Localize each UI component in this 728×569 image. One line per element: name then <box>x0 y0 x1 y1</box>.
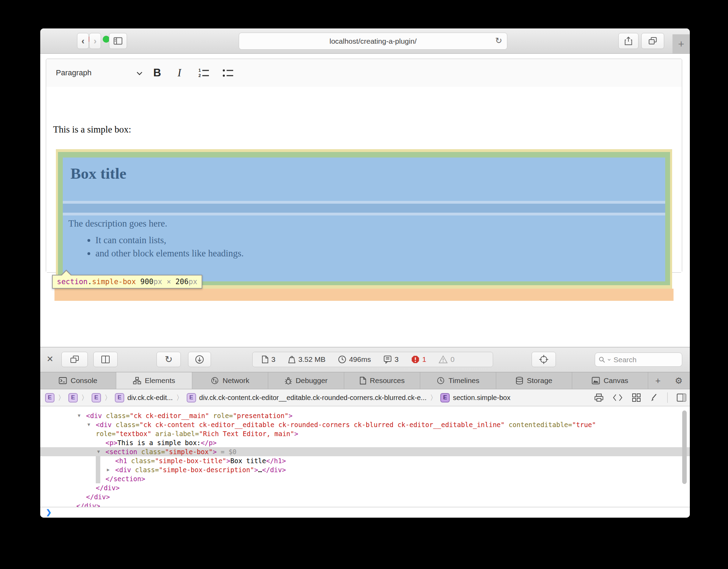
address-bar[interactable]: localhost/creating-a-plugin/ ↻ <box>239 33 507 50</box>
svg-text:2: 2 <box>198 73 201 78</box>
search-input[interactable] <box>613 355 673 364</box>
layout-grid-icon[interactable] <box>632 393 641 402</box>
description-list-item: and other block elements like headings. <box>95 248 244 259</box>
syntax-token: > <box>288 412 292 419</box>
intro-paragraph: This is a simple box: <box>53 124 131 135</box>
dom-tree-row[interactable]: </section> <box>40 474 690 483</box>
breadcrumb-separator-icon: 〉 <box>58 393 65 402</box>
new-tab-button[interactable]: + <box>672 34 690 53</box>
show-source-code-icon[interactable] <box>612 393 623 402</box>
split-pane-icon <box>101 355 110 364</box>
syntax-token: > <box>226 457 230 465</box>
syntax-token: This is a simple box: <box>117 439 201 447</box>
warning-icon <box>439 355 448 364</box>
add-tab-button[interactable]: + <box>648 372 668 389</box>
dom-tree-row[interactable]: </div> <box>40 492 690 501</box>
details-sidebar-toggle-icon[interactable] <box>677 393 686 402</box>
breadcrumb-item[interactable]: Ediv.ck.ck-edit... <box>115 393 173 402</box>
bulleted-list-button[interactable] <box>217 63 239 83</box>
reload-icon: ↻ <box>165 354 173 365</box>
tab-debugger[interactable]: Debugger <box>268 372 344 389</box>
close-inspector-button[interactable]: ✕ <box>46 354 53 364</box>
inspector-settings-button[interactable]: ⚙ <box>668 372 690 389</box>
detach-window-icon <box>70 355 79 364</box>
syntax-token: </div> <box>96 484 120 492</box>
editor-toolbar: Paragraph B I 1 2 <box>46 59 682 87</box>
dom-tree-row[interactable]: role="textbox" aria-label="Rich Text Edi… <box>40 429 690 438</box>
storage-icon <box>516 376 523 385</box>
zoom-window-button[interactable] <box>103 36 110 43</box>
download-web-archive-button[interactable] <box>188 352 211 367</box>
detach-inspector-button[interactable] <box>61 352 88 367</box>
breadcrumb-item[interactable]: Esection.simple-box <box>440 393 510 402</box>
highlight-overlap-strip <box>63 204 665 213</box>
syntax-token: role= <box>209 412 233 419</box>
scrollbar-thumb[interactable] <box>682 410 687 484</box>
editor-content-area[interactable]: This is a simple box: Box title The desc… <box>46 87 682 272</box>
dom-tree-row[interactable]: ▼<div class="ck ck-editor__main" role="p… <box>40 411 690 420</box>
numbered-list-button[interactable]: 1 2 <box>193 63 215 83</box>
show-all-tabs-button[interactable] <box>641 33 664 49</box>
share-button[interactable] <box>618 33 638 49</box>
tab-timelines[interactable]: Timelines <box>420 372 496 389</box>
back-button[interactable]: ‹ <box>77 33 89 49</box>
syntax-token: </section> <box>105 475 145 483</box>
paint-flashing-icon[interactable] <box>650 393 658 402</box>
highlight-title-content: Box title <box>63 158 665 201</box>
error-stat[interactable]: 1 <box>411 355 426 364</box>
dom-tree-row[interactable]: <p>This is a simple box:</p> <box>40 438 690 447</box>
console-messages-stat[interactable]: 3 <box>383 355 399 364</box>
warning-stat[interactable]: 0 <box>439 355 455 364</box>
tab-resources[interactable]: Resources <box>344 372 420 389</box>
disclosure-open-icon[interactable]: ▼ <box>97 447 100 456</box>
tab-label: Console <box>70 376 97 385</box>
tab-elements[interactable]: Elements <box>116 372 192 389</box>
inspector-search-field[interactable] <box>595 353 682 367</box>
dom-tree-panel[interactable]: ▼<div class="ck ck-editor__main" role="p… <box>40 406 690 508</box>
safari-window: ‹ › localhost/creating-a-plugin/ ↻ <box>40 28 690 518</box>
resource-weight-stat[interactable]: 3.52 MB <box>288 355 325 364</box>
dom-tree: ▼<div class="ck ck-editor__main" role="p… <box>40 411 690 508</box>
load-time-stat[interactable]: 496ms <box>338 355 371 364</box>
syntax-token: </h1> <box>266 457 286 465</box>
element-picker-button[interactable] <box>532 352 556 367</box>
syntax-token: "presentation" <box>233 412 288 419</box>
bold-button[interactable]: B <box>147 63 167 83</box>
disclosure-open-icon[interactable]: ▼ <box>87 420 90 429</box>
tab-network[interactable]: Network <box>192 372 268 389</box>
breadcrumb-item[interactable]: E <box>68 393 78 402</box>
syntax-token: class= <box>135 466 159 474</box>
description-list: It can contain lists,and other block ele… <box>86 235 244 261</box>
document-stat[interactable]: 3 <box>262 355 276 364</box>
disclosure-open-icon[interactable]: ▼ <box>78 411 81 420</box>
svg-text:1: 1 <box>198 68 201 73</box>
italic-button[interactable]: I <box>170 63 189 83</box>
reload-page-button[interactable]: ↻ <box>156 352 181 367</box>
dock-side-button[interactable] <box>93 352 118 367</box>
description-paragraph: The description goes here. <box>68 218 167 229</box>
tab-canvas[interactable]: Canvas <box>572 372 648 389</box>
chevron-down-icon <box>136 71 143 75</box>
disclosure-closed-icon[interactable]: ▶ <box>107 465 110 474</box>
browser-titlebar: ‹ › localhost/creating-a-plugin/ ↻ <box>40 28 690 54</box>
dom-tree-row[interactable]: </div> <box>40 483 690 492</box>
dom-tree-row[interactable]: ▶<div class="simple-box-description">…</… <box>40 465 690 474</box>
dom-tree-row[interactable]: <h1 class="simple-box-title">Box title</… <box>40 456 690 465</box>
sidebar-toggle-button[interactable] <box>109 33 127 49</box>
breadcrumb-item[interactable]: Ediv.ck.ck-content.ck-editor__editable.c… <box>187 393 426 402</box>
print-styles-icon[interactable] <box>594 393 603 402</box>
reload-icon[interactable]: ↻ <box>495 36 502 45</box>
dom-tree-row[interactable]: ▼<section class="simple-box"> = $0 <box>40 447 690 456</box>
search-scope-chevron-icon <box>608 359 611 361</box>
tab-console[interactable]: Console <box>40 372 116 389</box>
paragraph-dropdown[interactable]: Paragraph <box>50 63 141 83</box>
forward-button[interactable]: › <box>89 33 101 49</box>
quick-console[interactable]: ❯ <box>40 507 690 518</box>
breadcrumb-item[interactable]: E <box>45 393 54 402</box>
tab-label: Canvas <box>603 376 628 385</box>
activity-viewer[interactable]: 33.52 MB496ms310 <box>252 352 493 367</box>
breadcrumb-item[interactable]: E <box>92 393 101 402</box>
tab-storage[interactable]: Storage <box>496 372 572 389</box>
crosshair-icon <box>539 355 549 364</box>
dom-tree-row[interactable]: ▼<div class="ck ck-content ck-editor__ed… <box>40 420 690 429</box>
